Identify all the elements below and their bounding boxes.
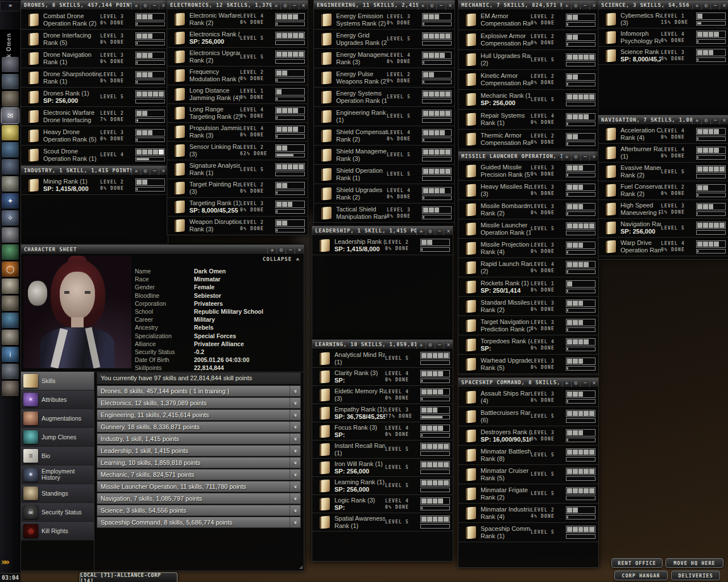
- tab-employment-history[interactable]: ✶Employment History: [21, 465, 94, 484]
- skill-category-row[interactable]: Missile Launcher Operation, 11 skills, 7…: [97, 481, 301, 492]
- tab-kill-rights[interactable]: ◎Kill Rights: [21, 522, 94, 541]
- close-icon[interactable]: ×: [589, 1, 598, 10]
- minimize-icon[interactable]: −: [435, 340, 444, 349]
- skill-row[interactable]: Instant Recall Rank(1)LEVEL 5: [312, 440, 453, 459]
- window-titlebar[interactable]: MISSILE LAUNCHER OPERATION, 11 SKIL✳⊙−×: [458, 152, 598, 161]
- window-titlebar[interactable]: SPACESHIP COMMAND, 8 SKILLS, 5,686✳⊙−×: [458, 378, 598, 388]
- settings-icon[interactable]: ⊙: [571, 152, 580, 161]
- pin-icon[interactable]: ✳: [562, 152, 571, 161]
- skill-row[interactable]: Drone NavigationRank (1)LEVEL 30% DONE: [21, 49, 168, 68]
- character-sheet-icon[interactable]: [2, 57, 19, 72]
- skill-row[interactable]: EM ArmorCompensation RankLEVEL 20% DONE: [458, 10, 598, 30]
- window-titlebar[interactable]: MECHANIC, 7 SKILLS, 824,571 POINTS✳⊙−×: [458, 1, 598, 10]
- skill-row[interactable]: Shield OperationRank (1)LEVEL 5: [314, 165, 454, 184]
- minimize-icon[interactable]: −: [289, 1, 299, 10]
- skill-row[interactable]: Weapon DisruptionRank (3)LEVEL 20% DONE: [167, 217, 308, 234]
- mail-icon[interactable]: ✉: [2, 108, 19, 123]
- close-icon[interactable]: ×: [444, 340, 453, 349]
- skill-row[interactable]: Signature AnalysisRank (1)LEVEL 5: [167, 160, 308, 179]
- pin-icon[interactable]: ✳: [692, 115, 701, 124]
- browser-icon[interactable]: [2, 313, 19, 328]
- skill-row[interactable]: Shield UpgradesRank (2)LEVEL 40% DONE: [314, 184, 454, 203]
- skill-row[interactable]: Drone SharpshootingRank (1)LEVEL 30% DON…: [21, 68, 168, 88]
- minimize-icon[interactable]: −: [580, 378, 589, 387]
- skill-row[interactable]: Minmatar IndustrialRank (4)LEVEL 24% DON…: [458, 504, 598, 523]
- skill-row[interactable]: Electronic WarfareDrone InterfacingLEVEL…: [21, 107, 168, 126]
- pin-icon[interactable]: ✳: [271, 1, 280, 10]
- skill-row[interactable]: Mechanic Rank (1)SP: 256,000LEVEL 5: [458, 90, 598, 110]
- skill-row[interactable]: Iron Will Rank (1)SP: 256,000LEVEL 5: [312, 459, 453, 477]
- skill-row[interactable]: Spatial AwarenessRank (1)LEVEL 5: [312, 513, 453, 531]
- market-icon[interactable]: [2, 159, 19, 174]
- skill-row[interactable]: Eidetic Memory Rank(3)LEVEL 40% DONE: [312, 386, 453, 404]
- skill-row[interactable]: Hull Upgrades Rank(2)LEVEL 5: [458, 50, 598, 70]
- pin-icon[interactable]: ✳: [131, 166, 140, 175]
- settings-icon[interactable]: ⊙: [427, 1, 436, 10]
- close-icon[interactable]: ×: [719, 115, 728, 124]
- skill-row[interactable]: Minmatar FrigateRank (2)LEVEL 5: [458, 484, 598, 504]
- skill-row[interactable]: Heavy DroneOperation Rank (5)LEVEL 30% D…: [21, 126, 168, 146]
- minimize-icon[interactable]: −: [435, 226, 444, 235]
- close-icon[interactable]: ×: [589, 378, 598, 387]
- skill-row[interactable]: Cybernetics Rank(3)LEVEL 115% DONE: [598, 10, 728, 28]
- skill-row[interactable]: Analytical Mind Rank(1)LEVEL 5: [312, 350, 453, 368]
- skill-row[interactable]: Logic Rank (3)SP:LEVEL 40% DONE: [312, 495, 453, 513]
- skill-category-row[interactable]: Industry, 1 skill, 1,415 points»: [97, 433, 301, 444]
- settings-icon[interactable]: ⊙: [140, 166, 150, 175]
- wallet-isk-icon[interactable]: [2, 244, 19, 260]
- window-titlebar[interactable]: SCIENCE, 3 SKILLS, 54,556 POINTS✳⊙−×: [598, 1, 728, 10]
- chat-channel-tab[interactable]: LOCAL [71]-ALLIANCE-CORP [14]: [80, 572, 177, 582]
- skill-row[interactable]: Energy EmissionSystems Rank (2)LEVEL 30%…: [314, 10, 454, 30]
- pin-icon[interactable]: ✳: [418, 1, 427, 10]
- skill-row[interactable]: Missile BombardmentRank (2)LEVEL 30% DON…: [458, 200, 598, 219]
- window-titlebar[interactable]: ENGINEERING, 11 SKILLS, 2,415,614 PO✳⊙−×: [314, 1, 454, 10]
- skill-row[interactable]: Empathy Rank (1)SP: 36,758/45,255LEVEL 3…: [312, 404, 453, 422]
- settings-icon[interactable]: ⊙: [425, 340, 435, 349]
- skill-row[interactable]: Assault Ships Rank(4)LEVEL 30% DONE: [458, 388, 598, 407]
- skill-row[interactable]: Clarity Rank (3)SP:LEVEL 40% DONE: [312, 368, 453, 386]
- skill-row[interactable]: Repair SystemsRank (1)LEVEL 40% DONE: [458, 110, 598, 130]
- settings-icon[interactable]: ⊙: [140, 1, 150, 10]
- skill-row[interactable]: Long RangeTargeting Rank (2)LEVEL 40% DO…: [167, 104, 308, 123]
- skill-row[interactable]: Evasive ManeuveringRank (2)LEVEL 5: [598, 163, 728, 181]
- station-button-corp-hangar[interactable]: CORP HANGAR: [614, 571, 668, 580]
- skill-row[interactable]: Long DistanceJamming Rank (4)LEVEL 10% D…: [167, 85, 308, 104]
- skill-category-row[interactable]: Leadership, 1 skill, 1,415 points»: [97, 445, 301, 456]
- skill-row[interactable]: Combat DroneOperation Rank (2)LEVEL 30% …: [21, 10, 168, 30]
- help-icon[interactable]: ◯: [2, 261, 19, 277]
- hangar-icon[interactable]: [2, 364, 19, 379]
- neocom-expand-icon[interactable]: »: [0, 1, 20, 11]
- tab-security-status[interactable]: ☠Security Status: [21, 503, 94, 522]
- skill-category-row[interactable]: Mechanic, 7 skills, 824,571 points»: [97, 469, 301, 480]
- skill-row[interactable]: Warhead UpgradesRank (5)LEVEL 30% DONE: [458, 355, 598, 374]
- close-icon[interactable]: ×: [445, 1, 454, 10]
- pin-icon[interactable]: ✳: [131, 1, 140, 10]
- skill-row[interactable]: Drones Rank (1)SP: 256,000LEVEL 5: [21, 88, 168, 107]
- skill-row[interactable]: Missile ProjectionRank (4)LEVEL 30% DONE: [458, 239, 598, 258]
- skill-row[interactable]: Scout DroneOperation Rank (1)LEVEL 4: [21, 146, 168, 165]
- skill-row[interactable]: Heavy Missiles Rank(3)LEVEL 30% DONE: [458, 181, 598, 200]
- skill-row[interactable]: Thermic ArmorCompensation RankLEVEL 20% …: [458, 130, 598, 149]
- skill-row[interactable]: Shield ManagementRank (3)LEVEL 5: [314, 146, 454, 165]
- settings-icon[interactable]: ⊙: [280, 1, 289, 10]
- window-titlebar[interactable]: LEADERSHIP, 1 SKILL, 1,415 POINTS✳⊙−×: [312, 226, 453, 236]
- skill-row[interactable]: Drone InterfacingRank (5)LEVEL 30% DONE: [21, 30, 168, 49]
- skill-row[interactable]: Science Rank (1)SP: 8,000/45,255LEVEL 30…: [598, 47, 728, 65]
- skill-row[interactable]: Warp DriveOperation Rank (1)LEVEL 40% DO…: [598, 238, 728, 256]
- skill-row[interactable]: Explosive ArmorCompensation RankLEVEL 20…: [458, 30, 598, 50]
- settings-icon[interactable]: ⊙: [571, 1, 580, 10]
- news-icon[interactable]: [2, 330, 19, 345]
- skill-row[interactable]: Propulsion JammingRank (3)LEVEL 40% DONE: [167, 123, 308, 142]
- minimize-icon[interactable]: −: [710, 1, 719, 10]
- close-icon[interactable]: ×: [719, 1, 728, 10]
- minimize-icon[interactable]: −: [710, 115, 719, 124]
- settings-icon[interactable]: ⊙: [276, 245, 286, 254]
- close-icon[interactable]: ×: [589, 152, 598, 161]
- wallet-people-icon[interactable]: [2, 91, 19, 106]
- pin-icon[interactable]: ✳: [267, 245, 276, 254]
- settings-icon[interactable]: ⊙: [701, 1, 710, 10]
- close-icon[interactable]: ×: [295, 245, 304, 254]
- constellation-icon[interactable]: ✧: [2, 210, 19, 226]
- assets-icon[interactable]: [2, 227, 19, 243]
- settings-icon[interactable]: ⊙: [425, 226, 435, 235]
